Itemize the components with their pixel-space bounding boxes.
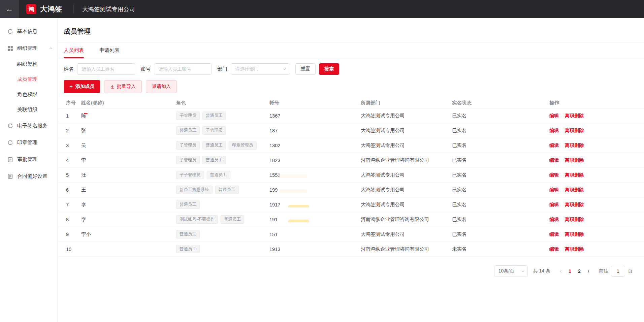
delete-link[interactable]: 离职删除 — [565, 172, 584, 178]
sidebar-item-member-management[interactable]: 成员管理 — [0, 72, 58, 87]
col-status: 实名状态 — [452, 100, 549, 106]
sidebar-item-basic-info[interactable]: 基本信息 — [0, 23, 58, 40]
row-index: 5 — [66, 172, 81, 178]
sidebar: 基本信息 组织管理 组织架构 成员管理 角色权限 关联组织 电子签名服务 — [0, 18, 58, 322]
goto-page-input[interactable] — [611, 266, 625, 277]
edit-link[interactable]: 编辑 — [549, 113, 559, 118]
role-tag: 普通员工 — [202, 156, 226, 164]
plus-icon: + — [69, 83, 73, 90]
top-bar: ← 鸿 大鸿签 大鸿签测试专用公司 — [0, 0, 644, 18]
reset-button[interactable]: 重置 — [295, 63, 316, 75]
page-size-select[interactable]: 10条/页 — [494, 265, 528, 277]
row-actions: 编辑 离职删除 — [549, 246, 633, 252]
invite-button[interactable]: 邀请加入 — [146, 80, 177, 93]
table-row: 10 普通员工 1913 河南鸿纵企业管理咨询有限公司 未实名 编辑 离职删除 — [58, 242, 644, 257]
row-index: 6 — [66, 187, 81, 193]
edit-link[interactable]: 编辑 — [549, 142, 559, 148]
dept-select[interactable]: 请选择部门 — [231, 63, 290, 75]
search-button[interactable]: 搜索 — [319, 63, 339, 75]
name-filter-input[interactable] — [77, 63, 135, 75]
sidebar-item-label: 角色权限 — [17, 91, 37, 98]
edit-link[interactable]: 编辑 — [549, 246, 559, 252]
tab-application-list[interactable]: 申请列表 — [99, 47, 120, 58]
back-icon: ← — [6, 5, 13, 13]
sidebar-item-role-permissions[interactable]: 角色权限 — [0, 87, 58, 102]
edit-link[interactable]: 编辑 — [549, 231, 559, 237]
sidebar-item-approval-management[interactable]: 审批管理 — [0, 151, 58, 168]
filter-dept-group: 部门 请选择部门 — [217, 63, 290, 75]
edit-link[interactable]: 编辑 — [549, 217, 559, 222]
sidebar-item-org-management[interactable]: 组织管理 — [0, 40, 58, 57]
edit-link[interactable]: 编辑 — [549, 202, 559, 207]
role-tags: 子管理员普通员工 — [176, 156, 269, 164]
member-department: 大鸿签测试专用公司 — [361, 187, 452, 193]
page-header: 成员管理 — [58, 18, 644, 42]
redaction-mark — [84, 113, 88, 114]
delete-link[interactable]: 离职删除 — [565, 187, 584, 192]
page-number-1[interactable]: 1 — [565, 268, 575, 274]
delete-link[interactable]: 离职删除 — [565, 217, 584, 222]
member-department: 大鸿签测试专用公司 — [361, 231, 452, 237]
role-tags: 子子管理员普通员工 — [176, 171, 269, 179]
delete-link[interactable]: 离职删除 — [565, 246, 584, 252]
download-icon — [110, 85, 115, 89]
account-filter-input[interactable] — [154, 63, 212, 75]
role-tags: 普通员工 — [176, 200, 269, 209]
table-row: 2 张 普通员工子管理员 187 大鸿签测试专用公司 已实名 编辑 离职删除 — [58, 123, 644, 138]
next-page-button[interactable]: › — [584, 268, 593, 274]
sidebar-item-linked-orgs[interactable]: 关联组织 — [0, 102, 58, 117]
delete-link[interactable]: 离职删除 — [565, 142, 584, 148]
dept-select-placeholder: 请选择部门 — [235, 66, 259, 72]
edit-link[interactable]: 编辑 — [549, 187, 559, 192]
role-tags: 新员工熟悉系统普通员工 — [176, 186, 269, 194]
sidebar-item-org-structure[interactable]: 组织架构 — [0, 57, 58, 72]
row-index: 7 — [66, 202, 81, 207]
table-body: 1 陈 子管理员普通员工 1367 大鸿签测试专用公司 已实名 编辑 离职删除 … — [58, 108, 644, 257]
circular-arrow-icon — [7, 29, 13, 34]
logo-icon: 鸿 — [26, 4, 36, 14]
row-index: 3 — [66, 143, 81, 148]
member-name: 王 — [81, 187, 176, 193]
batch-import-button[interactable]: 批量导入 — [104, 80, 142, 93]
app-logo: 鸿 大鸿签 — [26, 4, 62, 14]
prev-page-button[interactable]: ‹ — [556, 268, 565, 274]
delete-link[interactable]: 离职删除 — [565, 113, 584, 118]
page-number-2[interactable]: 2 — [575, 268, 584, 274]
delete-link[interactable]: 离职删除 — [565, 157, 584, 163]
member-account: 1913 — [269, 247, 361, 252]
add-member-button[interactable]: + 添加成员 — [64, 80, 100, 93]
row-actions: 编辑 离职删除 — [549, 231, 633, 237]
delete-link[interactable]: 离职删除 — [565, 128, 584, 133]
redaction-highlight — [279, 189, 307, 193]
member-account: 191 — [269, 217, 361, 222]
total-count: 共 14 条 — [533, 268, 550, 274]
sidebar-item-esign-service[interactable]: 电子签名服务 — [0, 117, 58, 134]
back-button[interactable]: ← — [0, 0, 19, 18]
tab-member-list[interactable]: 人员列表 — [64, 47, 84, 58]
edit-link[interactable]: 编辑 — [549, 128, 559, 133]
col-actions: 操作 — [549, 100, 633, 106]
table-row: 6 王 新员工熟悉系统普通员工 199 大鸿签测试专用公司 已实名 编辑 离职删… — [58, 183, 644, 197]
role-tag: 测试账号-不要操作 — [176, 215, 218, 224]
realname-status: 已实名 — [452, 157, 549, 163]
member-department: 大鸿签测试专用公司 — [361, 142, 452, 149]
circular-arrow-icon — [7, 123, 13, 129]
row-index: 4 — [66, 158, 81, 163]
row-index: 10 — [66, 247, 81, 252]
delete-link[interactable]: 离职删除 — [565, 231, 584, 237]
delete-link[interactable]: 离职删除 — [565, 202, 584, 207]
edit-link[interactable]: 编辑 — [549, 172, 559, 178]
goto-page-group: 前往 页 — [599, 266, 633, 277]
member-department: 大鸿签测试专用公司 — [361, 172, 452, 178]
role-tag: 子管理员 — [202, 126, 226, 135]
sidebar-item-contract-preferences[interactable]: 合同偏好设置 — [0, 168, 58, 185]
member-account: 187 — [269, 128, 361, 133]
sidebar-item-seal-management[interactable]: 印章管理 — [0, 134, 58, 151]
row-actions: 编辑 离职删除 — [549, 217, 633, 223]
table-row: 5 汪- 子子管理员普通员工 1551 大鸿签测试专用公司 已实名 编辑 离职删… — [58, 168, 644, 183]
member-name: 李 — [81, 201, 176, 208]
role-tag: 普通员工 — [202, 111, 226, 120]
sidebar-item-label: 审批管理 — [17, 156, 37, 163]
company-name: 大鸿签测试专用公司 — [82, 5, 135, 13]
edit-link[interactable]: 编辑 — [549, 157, 559, 163]
